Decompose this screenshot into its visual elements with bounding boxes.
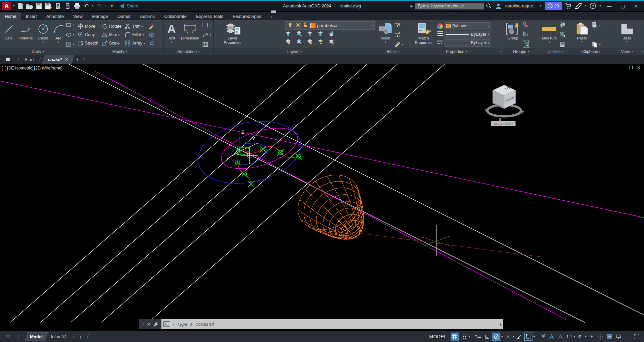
layer-color-swatch[interactable] — [310, 23, 315, 28]
copy-clip-chevron-icon[interactable] — [599, 43, 601, 46]
tab-view[interactable]: View — [68, 12, 87, 20]
workspace-gear-icon[interactable]: ⚙ — [576, 333, 584, 341]
rectangle-button[interactable] — [66, 22, 74, 28]
view-expander-icon[interactable]: » — [641, 50, 643, 53]
layer-freeze-button[interactable] — [307, 31, 317, 38]
trial-badge[interactable]: 29 — [545, 2, 562, 10]
layer-match-button[interactable] — [328, 39, 339, 46]
layer-properties-button[interactable]: Layer Properties — [220, 21, 245, 48]
polar-chevron-icon[interactable] — [501, 335, 503, 338]
viewcube[interactable]: TOP FRONT RIGHT W S E — [485, 80, 524, 127]
user-chevron-icon[interactable] — [540, 4, 541, 7]
ellipse-button[interactable] — [66, 32, 74, 38]
edit-block-button[interactable] — [395, 32, 403, 38]
dynamic-input-toggle[interactable] — [474, 333, 482, 341]
panel-title-layers[interactable]: Layers — [214, 48, 376, 55]
edit-group-button[interactable] — [523, 31, 530, 37]
stretch-button[interactable]: Stretch — [78, 39, 98, 48]
object-snap-chevron-icon[interactable] — [533, 335, 535, 338]
line-button[interactable]: Line — [1, 21, 17, 48]
panel-title-modify[interactable]: Modify — [76, 48, 163, 55]
grid-toggle[interactable] — [451, 333, 459, 341]
layer-thaw-all-button[interactable] — [307, 39, 317, 46]
layer-dropdown[interactable]: parabolica — [285, 21, 375, 30]
quick-select-button[interactable] — [559, 22, 565, 28]
base-button[interactable]: Base — [618, 21, 636, 48]
erase-button[interactable] — [148, 22, 154, 31]
arc-chevron-icon[interactable] — [58, 40, 59, 44]
color-wheel-icon[interactable] — [437, 23, 443, 29]
rectangle-chevron-icon[interactable] — [73, 24, 74, 27]
object-color-dropdown[interactable]: ByLayer — [444, 22, 491, 30]
tab-output[interactable]: Output — [113, 12, 135, 20]
autocad-app-icon[interactable]: A — [2, 2, 11, 10]
tab-home[interactable]: Home — [0, 12, 21, 20]
close-tab-icon[interactable]: ✕ — [65, 57, 68, 62]
new-layout-button[interactable]: ＋ — [78, 333, 84, 341]
isolate-objects-button[interactable] — [596, 333, 605, 341]
layer-unisolate-button[interactable] — [296, 39, 307, 46]
trim-chevron-icon[interactable] — [142, 25, 143, 28]
linetype-icon[interactable] — [437, 39, 443, 46]
open-folder-icon[interactable] — [26, 2, 33, 10]
username[interactable]: carolina.roque... — [505, 3, 536, 8]
command-expand-icon[interactable]: ▲ — [499, 322, 502, 326]
layer-lock-button[interactable] — [317, 31, 328, 38]
command-close-icon[interactable]: ✕ — [147, 322, 151, 327]
search-icon[interactable] — [486, 3, 492, 9]
save-web-mobile-icon[interactable] — [64, 2, 71, 10]
viewport-minus-control[interactable]: [−] — [2, 66, 6, 70]
offset-button[interactable] — [148, 39, 154, 48]
quick-calc-button[interactable] — [559, 41, 565, 48]
rotate-button[interactable]: Rotate — [102, 22, 122, 31]
match-properties-button[interactable]: Match Properties — [411, 21, 436, 48]
viewport-visualstyle-control[interactable]: [2D Wireframe] — [34, 66, 62, 70]
linetype-dropdown[interactable]: ByLayer — [444, 39, 491, 47]
share-button[interactable]: Share — [119, 3, 139, 9]
command-prompt-icon[interactable]: >_ — [163, 321, 170, 327]
ungroup-button[interactable] — [523, 22, 530, 28]
layer-dropdown-chevron-icon[interactable] — [371, 24, 373, 27]
viewport-restore-icon[interactable]: ❐ — [629, 65, 633, 70]
measure-chevron-icon[interactable] — [549, 40, 550, 44]
panel-title-draw[interactable]: Draw — [0, 48, 76, 55]
customize-qat-icon[interactable]: ▾̶ — [108, 2, 116, 10]
fillet-button[interactable]: Fillet — [125, 31, 145, 39]
clean-screen-button[interactable] — [633, 333, 641, 341]
select-similar-button[interactable] — [559, 32, 565, 38]
viewport-minimize-icon[interactable]: — — [620, 65, 625, 70]
leader-chevron-icon[interactable] — [210, 33, 211, 36]
insert-button[interactable]: Insert — [378, 21, 393, 48]
dimension-button[interactable]: Dimension — [179, 21, 201, 48]
file-tab-start[interactable]: Start — [21, 55, 37, 64]
tab-addins[interactable]: Add-ins — [135, 12, 159, 20]
tab-annotate[interactable]: Annotate — [41, 12, 68, 20]
save-as-icon[interactable] — [45, 2, 52, 10]
ribbon-display-chevron-icon[interactable] — [271, 16, 272, 19]
properties-expander-icon[interactable]: » — [500, 50, 502, 53]
command-bar-grip[interactable]: ✕ — [139, 319, 161, 329]
file-tab-menu-icon[interactable]: ≡ — [0, 56, 16, 63]
new-file-icon[interactable] — [17, 2, 24, 10]
group-selection-toggle[interactable] — [523, 40, 530, 48]
search-expand-icon[interactable]: ▶ — [410, 4, 413, 8]
undo-chevron-icon[interactable] — [92, 4, 93, 7]
autodesk-logo-icon[interactable] — [575, 3, 582, 9]
ribbon-display-toggle[interactable] — [266, 8, 283, 20]
undo-icon[interactable]: ↶ — [83, 2, 90, 10]
polyline-button[interactable]: Polyline — [18, 21, 34, 48]
measure-button[interactable]: Measure — [541, 21, 558, 48]
layer-unlock-icon[interactable] — [303, 22, 309, 29]
save-icon[interactable] — [35, 2, 43, 10]
new-tab-button[interactable]: ＋ — [74, 56, 80, 63]
base-chevron-icon[interactable] — [626, 40, 627, 44]
panel-title-groups[interactable]: Groups — [503, 48, 539, 55]
mirror-button[interactable]: Mirror — [102, 31, 122, 39]
create-block-button[interactable] — [395, 22, 403, 28]
panel-title-properties[interactable]: Properties» — [410, 48, 503, 55]
autodesk-chevron-icon[interactable] — [585, 4, 586, 7]
ellipse-chevron-icon[interactable] — [73, 33, 74, 36]
workspace-chevron-icon[interactable] — [585, 335, 586, 338]
copy-clip-button[interactable] — [592, 41, 601, 48]
layer-thaw-icon[interactable] — [295, 22, 301, 29]
